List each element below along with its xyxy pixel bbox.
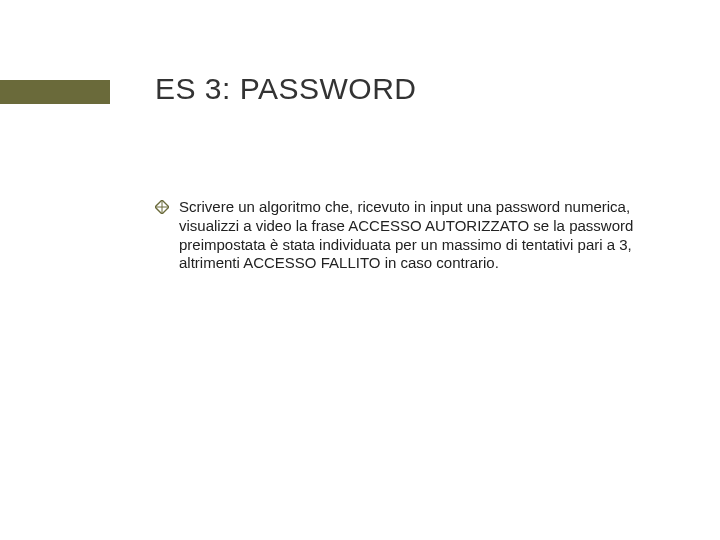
bullet-text: Scrivere un algoritmo che, ricevuto in i… — [179, 198, 635, 273]
slide-title: ES 3: PASSWORD — [155, 72, 417, 106]
diamond-icon — [155, 200, 169, 214]
accent-bar — [0, 80, 110, 104]
bullet-item: Scrivere un algoritmo che, ricevuto in i… — [155, 198, 635, 273]
